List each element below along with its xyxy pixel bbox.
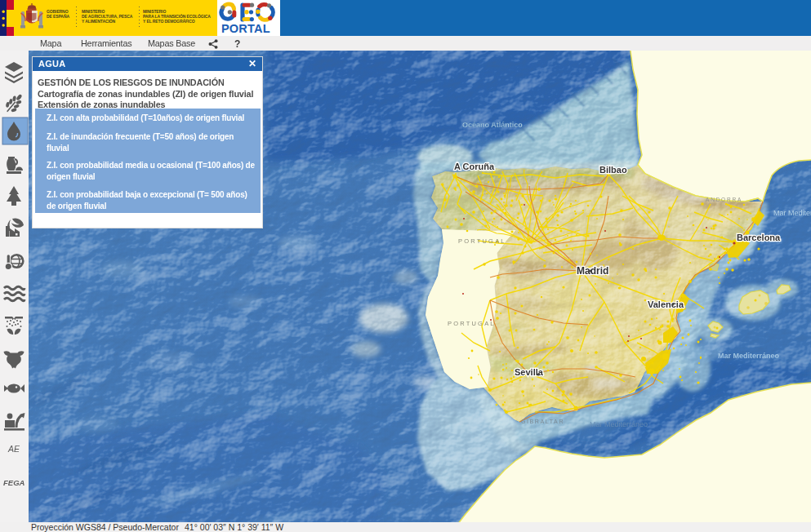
svg-text:ANDORRA: ANDORRA xyxy=(706,197,742,202)
svg-text:A Coruña: A Coruña xyxy=(454,162,495,171)
svg-text:FEGA: FEGA xyxy=(3,478,25,487)
svg-text:Barcelona: Barcelona xyxy=(737,233,781,242)
svg-text:Mar Mediterráneo: Mar Mediterráneo xyxy=(590,420,648,428)
svg-text:Valencia: Valencia xyxy=(648,299,684,309)
svg-text:Océano Atlántico: Océano Atlántico xyxy=(462,121,523,129)
svg-text:PORTUGAL: PORTUGAL xyxy=(458,237,506,245)
svg-text:GIBRALTAR: GIBRALTAR xyxy=(521,419,564,424)
svg-text:Mar Mediterráneo: Mar Mediterráneo xyxy=(773,209,811,217)
svg-text:Mar Mediterráneo: Mar Mediterráneo xyxy=(718,352,780,360)
svg-text:Sevilla: Sevilla xyxy=(515,367,544,377)
svg-text:PORTAL: PORTAL xyxy=(221,22,270,35)
svg-text:Madrid: Madrid xyxy=(577,265,608,277)
svg-text:PORTUGAL: PORTUGAL xyxy=(448,320,496,327)
svg-text:Bilbao: Bilbao xyxy=(599,165,627,175)
svg-text:AE: AE xyxy=(7,444,20,454)
